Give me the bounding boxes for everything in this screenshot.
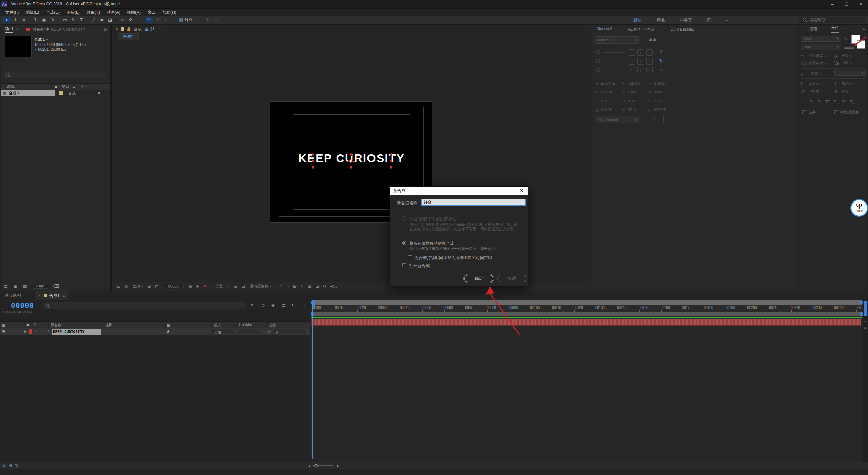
lock-icon[interactable]: ⊠ bbox=[2, 324, 5, 328]
selection-handle[interactable] bbox=[312, 160, 314, 162]
tab-effect-controls[interactable]: 效果控件 bbox=[33, 27, 49, 32]
motion-button-name[interactable]: ✐NAME bbox=[648, 89, 673, 95]
expand-render-icon[interactable]: ⊕ bbox=[9, 463, 12, 468]
channels-icon[interactable]: ❖ bbox=[203, 284, 207, 289]
menu-item-5[interactable]: 动画(A) bbox=[103, 9, 124, 16]
pixel-aspect-icon[interactable]: ⊟ bbox=[293, 284, 296, 289]
timeline-button-icon[interactable]: ▦ bbox=[308, 284, 311, 289]
anchor-icon[interactable]: ⚓ bbox=[659, 67, 663, 72]
layer-switch-icon-2[interactable]: ╱ bbox=[167, 330, 169, 333]
graph-editor-icon[interactable]: ▱ bbox=[302, 302, 305, 308]
font-family-dropdown[interactable]: Arial▾ bbox=[801, 36, 841, 42]
shy-layers-icon[interactable]: ◈ bbox=[271, 302, 275, 308]
menu-item-1[interactable]: 编辑(E) bbox=[22, 9, 42, 16]
workspace-tab-1[interactable]: 标准 bbox=[649, 17, 672, 23]
lock-icon[interactable]: 🔒 bbox=[126, 27, 131, 31]
motion-button-stare[interactable]: ◎STARE bbox=[648, 107, 673, 112]
horizontal-scale-control[interactable]: T̲95 %▾ bbox=[834, 81, 853, 85]
fast-previews-icon[interactable]: ⟐ bbox=[301, 284, 304, 289]
rotation-tool-icon[interactable]: ↻ bbox=[32, 17, 40, 23]
zoom-tool-icon[interactable]: ⊕ bbox=[20, 17, 27, 23]
vertical-scale-control[interactable]: IT150 %▾ bbox=[801, 81, 822, 85]
layer-label-red-swatch[interactable] bbox=[29, 329, 32, 334]
column-name[interactable]: 名称 bbox=[7, 84, 15, 89]
help-search-input[interactable]: 搜索帮助 bbox=[799, 17, 865, 23]
tsume-control[interactable]: あ0 %▾ bbox=[834, 89, 851, 94]
column-comment[interactable]: 注释 bbox=[105, 323, 112, 328]
selection-handle[interactable] bbox=[390, 160, 392, 162]
layer-name[interactable]: KEEP CURIOSITY bbox=[52, 329, 101, 335]
anchor-grid-cell-6[interactable]: L bbox=[629, 67, 635, 73]
tab-overflow-icon[interactable]: » bbox=[863, 27, 865, 31]
tab-character[interactable]: 字符 bbox=[831, 25, 839, 33]
selection-handle[interactable] bbox=[350, 153, 352, 156]
new-comp-name-input[interactable]: 好奇 bbox=[421, 199, 526, 206]
camera-dropdown[interactable]: 活动摄像机 bbox=[250, 284, 268, 289]
column-size[interactable]: 大小 bbox=[80, 84, 88, 89]
tab-overflow-icon[interactable]: » bbox=[104, 26, 107, 32]
selection-handle[interactable] bbox=[312, 166, 314, 169]
tab-close-icon[interactable]: × bbox=[116, 27, 118, 31]
motion-button-rope[interactable]: ∿ROPE bbox=[648, 98, 673, 104]
column-parent[interactable]: 父级 bbox=[269, 323, 276, 328]
motion-button-blend[interactable]: ≋BLEND bbox=[622, 81, 646, 86]
flowchart-icon[interactable]: ⊿ bbox=[316, 284, 319, 289]
radio-move-attributes-label[interactable]: 将所有属性移动到新合成 bbox=[409, 241, 454, 246]
label-column-icon[interactable]: ◆ bbox=[55, 85, 57, 89]
motion-button-spin[interactable]: ↻SPIN bbox=[622, 107, 646, 112]
stroke-style-dropdown[interactable]: ▾ bbox=[834, 70, 866, 76]
comp-marker-icon[interactable]: ⚐ bbox=[864, 326, 867, 330]
menu-item-3[interactable]: 图层(L) bbox=[63, 9, 83, 16]
eraser-tool-icon[interactable]: ◪ bbox=[106, 17, 114, 23]
faux-style-0[interactable]: T bbox=[807, 100, 815, 104]
axis-mode-world-icon[interactable]: ✣ bbox=[153, 17, 161, 23]
menu-item-2[interactable]: 合成(C) bbox=[42, 9, 63, 16]
faux-style-4[interactable]: T¹ bbox=[840, 100, 848, 104]
timeline-vertical-scrollbar[interactable]: ⛉ ⚐ bbox=[863, 300, 868, 462]
blend-mode-dropdown[interactable]: 正常 ▾ bbox=[212, 329, 233, 334]
stroke-over-fill-chip[interactable] bbox=[844, 45, 854, 49]
puppet-pin-tool-icon[interactable]: ✜ bbox=[127, 17, 134, 23]
anchor-grid-cell-3[interactable]: – bbox=[629, 58, 635, 65]
task-launch-dropdown[interactable]: Task Launch▾ bbox=[595, 116, 639, 123]
roto-brush-tool-icon[interactable]: ✄ bbox=[119, 17, 126, 23]
leading-control[interactable]: t̲A自动▾ bbox=[834, 53, 852, 58]
tab-project[interactable]: 项目 bbox=[5, 26, 13, 33]
selection-handle[interactable] bbox=[390, 166, 392, 169]
panel-menu-icon[interactable]: ≡ bbox=[158, 27, 161, 31]
faux-style-5[interactable]: T₁ bbox=[848, 100, 856, 104]
eyedropper-icon[interactable]: ✎ bbox=[844, 36, 847, 41]
trkmat-dropdown[interactable] bbox=[238, 329, 260, 334]
transparency-grid-icon[interactable]: ⊡ bbox=[241, 284, 245, 289]
exposure-value[interactable]: +0.0 bbox=[330, 284, 338, 288]
composition-mini-flowchart-icon[interactable]: ⌗ bbox=[251, 302, 253, 308]
timeline-navigator-bar[interactable] bbox=[311, 300, 863, 305]
mask-visibility-icon[interactable]: ◻ bbox=[155, 284, 158, 289]
maximize-button[interactable]: ❐ bbox=[839, 0, 854, 9]
reset-exposure-icon[interactable]: ⟳ bbox=[323, 284, 327, 289]
motion-blur-icon[interactable]: ◐ bbox=[291, 302, 294, 308]
tab-timeline-comp[interactable]: × 合成1 ≡ bbox=[35, 291, 68, 300]
cancel-button[interactable]: 取消 bbox=[497, 275, 526, 282]
draft-3d-icon[interactable]: ◇ bbox=[261, 302, 265, 308]
comp-name[interactable]: 合成 1 ▾ bbox=[34, 37, 48, 42]
motion-button-burst[interactable]: ✳BURST bbox=[648, 81, 673, 86]
hindi-digits-checkbox[interactable]: 印地语数字 bbox=[834, 110, 859, 115]
zoom-level-dropdown[interactable]: 25% bbox=[133, 284, 141, 288]
anchor-grid-cell-2[interactable]: ¬ bbox=[646, 49, 653, 56]
rectangle-tool-icon[interactable]: ▭ bbox=[61, 17, 69, 23]
current-time-field[interactable]: 00000 bbox=[11, 302, 34, 310]
hand-tool-icon[interactable]: ✛ bbox=[12, 17, 19, 23]
show-snapshot-icon[interactable]: ◈ bbox=[196, 284, 199, 289]
panel-menu-icon[interactable]: ≡ bbox=[16, 26, 19, 32]
always-preview-icon[interactable]: ▤ bbox=[116, 284, 120, 289]
label-column-icon[interactable]: ◆ bbox=[26, 323, 29, 327]
workspace-overflow-icon[interactable]: » bbox=[718, 18, 736, 23]
brush-tool-icon[interactable]: ╱ bbox=[90, 17, 97, 23]
open-new-comp-checkbox[interactable] bbox=[402, 263, 406, 267]
menu-item-8[interactable]: 帮助(H) bbox=[159, 9, 180, 16]
ok-button[interactable]: 确定 bbox=[464, 275, 493, 282]
timeline-zoom-control[interactable]: ▲ ▲ bbox=[308, 463, 340, 469]
timeline-search-input[interactable] bbox=[43, 302, 246, 309]
faux-style-2[interactable]: TT bbox=[824, 100, 832, 104]
